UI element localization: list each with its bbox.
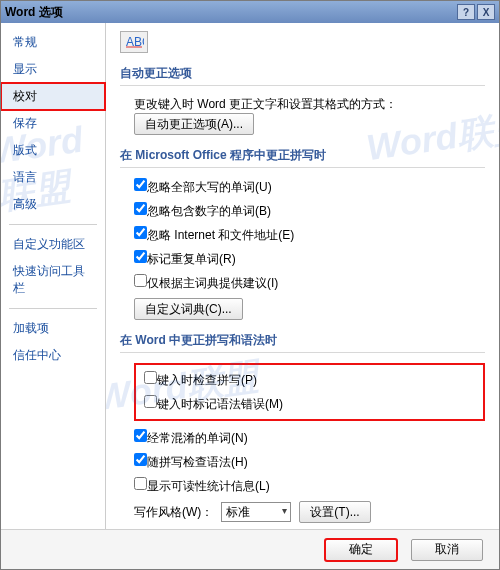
grammar-with-spelling-checkbox[interactable]	[134, 453, 147, 466]
help-button[interactable]: ?	[457, 4, 475, 20]
sidebar: Word联盟 常规 显示 校对 保存 版式 语言 高级 自定义功能区 快速访问工…	[1, 23, 106, 529]
sidebar-item-customize-ribbon[interactable]: 自定义功能区	[1, 231, 105, 258]
sidebar-item-proofing[interactable]: 校对	[1, 83, 105, 110]
sidebar-item-language[interactable]: 语言	[1, 164, 105, 191]
sidebar-divider	[9, 308, 97, 309]
sidebar-item-display[interactable]: 显示	[1, 56, 105, 83]
mark-grammar-typing-label: 键入时标记语法错误(M)	[157, 397, 283, 411]
sidebar-item-trust-center[interactable]: 信任中心	[1, 342, 105, 369]
flag-repeated-checkbox[interactable]	[134, 250, 147, 263]
grammar-settings-button[interactable]: 设置(T)...	[299, 501, 370, 523]
ignore-uppercase-label: 忽略全部大写的单词(U)	[147, 180, 272, 194]
main-dict-only-checkbox[interactable]	[134, 274, 147, 287]
ignore-numbers-label: 忽略包含数字的单词(B)	[147, 204, 271, 218]
readability-stats-label: 显示可读性统计信息(L)	[147, 479, 270, 493]
section-word-spell-title: 在 Word 中更正拼写和语法时	[120, 326, 485, 353]
flag-repeated-label: 标记重复单词(R)	[147, 252, 236, 266]
close-button[interactable]: X	[477, 4, 495, 20]
confused-words-checkbox[interactable]	[134, 429, 147, 442]
ignore-uppercase-checkbox[interactable]	[134, 178, 147, 191]
sidebar-item-save[interactable]: 保存	[1, 110, 105, 137]
sidebar-item-advanced[interactable]: 高级	[1, 191, 105, 218]
title-bar: Word 选项 ? X	[1, 1, 499, 23]
autocorrect-desc: 更改键入时 Word 更正文字和设置其格式的方式：	[134, 96, 397, 113]
ignore-internet-checkbox[interactable]	[134, 226, 147, 239]
check-spelling-typing-label: 键入时检查拼写(P)	[157, 373, 257, 387]
grammar-with-spelling-label: 随拼写检查语法(H)	[147, 455, 248, 469]
sidebar-item-qat[interactable]: 快速访问工具栏	[1, 258, 105, 302]
sidebar-divider	[9, 224, 97, 225]
writing-style-label: 写作风格(W)：	[134, 504, 213, 521]
check-spelling-typing-checkbox[interactable]	[144, 371, 157, 384]
readability-stats-checkbox[interactable]	[134, 477, 147, 490]
window-title: Word 选项	[5, 4, 457, 21]
ignore-numbers-checkbox[interactable]	[134, 202, 147, 215]
section-autocorrect-title: 自动更正选项	[120, 59, 485, 86]
autocorrect-options-button[interactable]: 自动更正选项(A)...	[134, 113, 254, 135]
mark-grammar-typing-checkbox[interactable]	[144, 395, 157, 408]
ignore-internet-label: 忽略 Internet 和文件地址(E)	[147, 228, 294, 242]
sidebar-item-general[interactable]: 常规	[1, 29, 105, 56]
content-pane: Word联盟 Word联盟 ABC 自动更正选项 更改键入时 Word 更正文字…	[106, 23, 499, 529]
abc-icon: ABC	[120, 31, 148, 53]
cancel-button[interactable]: 取消	[411, 539, 483, 561]
writing-style-select[interactable]: 标准	[221, 502, 291, 522]
sidebar-item-addins[interactable]: 加载项	[1, 315, 105, 342]
main-dict-only-label: 仅根据主词典提供建议(I)	[147, 276, 278, 290]
section-office-spell-title: 在 Microsoft Office 程序中更正拼写时	[120, 141, 485, 168]
highlighted-panel-spellcheck: 键入时检查拼写(P) 键入时标记语法错误(M)	[134, 363, 485, 421]
sidebar-item-layout[interactable]: 版式	[1, 137, 105, 164]
confused-words-label: 经常混淆的单词(N)	[147, 431, 248, 445]
dialog-footer: 确定 取消	[1, 529, 499, 569]
ok-button[interactable]: 确定	[325, 539, 397, 561]
custom-dictionaries-button[interactable]: 自定义词典(C)...	[134, 298, 243, 320]
